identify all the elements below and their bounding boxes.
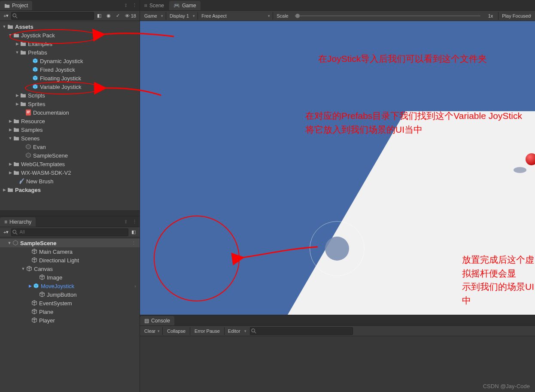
hierarchy-search-input[interactable]: All [11,228,128,236]
lock-icon[interactable]: ⟟ [122,218,129,225]
samples-folder[interactable]: ▶Samples [0,125,140,134]
filter-by-type-icon[interactable]: ◧ [95,12,103,20]
console-tab[interactable]: ▤Console [140,316,174,325]
gamepad-icon: 🎮 [173,3,180,9]
favorite-icon[interactable]: ✓ [114,12,122,20]
hidden-count[interactable]: 👁 18 [123,12,138,20]
game-toolbar: Game Display 1 Free Aspect Scale 1x Play… [140,11,535,21]
eye-icon: 👁 [125,13,130,18]
plane-go[interactable]: ▶Plane [0,307,140,316]
aspect-dropdown[interactable]: Free Aspect [199,12,272,20]
hierarchy-tabbar: ≡ Hierarchy ⟟ ⋮ [0,216,140,227]
project-tree[interactable]: ▼Assets ▼Joystick Pack ▶Examples ▼Prefab… [0,21,140,210]
clear-button[interactable]: Clear [142,327,161,335]
filter-by-label-icon[interactable]: ◉ [104,12,113,20]
editor-dropdown[interactable]: Editor [225,327,248,335]
ball-shadow [514,167,526,173]
console-icon: ▤ [144,318,149,324]
game-tab[interactable]: 🎮Game [169,1,201,10]
packages-folder[interactable]: ▶Packages [0,185,140,194]
samplescene-scene[interactable]: ▶SampleScene [0,151,140,160]
new-brush-asset[interactable]: ▶New Brush [0,177,140,185]
project-tab[interactable]: Project [0,1,32,10]
console-search-input[interactable] [250,327,353,335]
hierarchy-tab-label: Hierarchy [9,219,31,225]
webgl-templates-folder[interactable]: ▶WebGLTemplates [0,160,140,168]
add-button[interactable]: +▾ [2,228,10,236]
filter-icon[interactable]: ◧ [129,228,138,236]
event-system-go[interactable]: ▶EventSystem [0,299,140,307]
floating-joystick-prefab[interactable]: ▶Floating Joystick [0,74,140,82]
fixed-joystick-prefab[interactable]: ▶Fixed Joystick [0,65,140,74]
lock-icon[interactable]: ⟟ [122,2,129,9]
console-body [140,336,535,392]
canvas-go[interactable]: ▼Canvas [0,264,140,273]
project-toolbar: +▾ ◧ ◉ ✓ 👁 18 [0,11,140,21]
hierarchy-icon: ≡ [4,219,7,225]
hierarchy-tree[interactable]: ▼SampleScene⋮ ▶Main Camera ▶Directional … [0,237,140,392]
scene-header[interactable]: ▼SampleScene⋮ [0,239,140,247]
project-tab-label: Project [12,3,28,9]
jump-button-go[interactable]: ▶JumpButton [0,290,140,299]
wasm-sdk-folder[interactable]: ▶WX-WASM-SDK-V2 [0,168,140,177]
project-tabbar: Project ⟟ ⋮ [0,0,140,11]
annotation-1: 在JoyStick导入后我们可以看到这个文件夹 [318,52,487,66]
floor-plane [282,111,535,315]
collapse-button[interactable]: Collapse [164,327,189,335]
move-joystick-go[interactable]: ▶MoveJoystick› [0,282,140,290]
search-icon [12,230,18,235]
panel-divider[interactable] [0,210,140,216]
directional-light-go[interactable]: ▶Directional Light [0,256,140,264]
prefabs-folder[interactable]: ▼Prefabs [0,48,140,57]
scripts-folder[interactable]: ▶Scripts [0,91,140,100]
examples-folder[interactable]: ▶Examples [0,40,140,48]
joystick-handle [325,237,349,261]
search-icon [12,13,18,18]
image-go[interactable]: ▶Image [0,273,140,282]
hierarchy-tab[interactable]: ≡ Hierarchy [0,217,36,227]
scale-label: Scale [274,13,291,18]
virtual-joystick [310,221,365,276]
dynamic-joystick-prefab[interactable]: ▶Dynamic Joystick [0,57,140,65]
variable-joystick-prefab[interactable]: ▶Variable Joystick [0,82,140,91]
panel-menu-icon[interactable]: ⋮ [131,2,138,9]
console-toolbar: Clear Collapse Error Pause Editor [140,326,535,336]
main-camera-go[interactable]: ▶Main Camera [0,247,140,256]
scenes-folder[interactable]: ▼Scenes [0,134,140,143]
display-dropdown[interactable]: Display 1 [167,12,197,20]
joystick-pack-folder[interactable]: ▼Joystick Pack [0,31,140,40]
search-icon [251,328,256,334]
scene-icon: ⌗ [144,3,147,9]
scene-tab[interactable]: ⌗Scene [140,1,168,10]
project-search-input[interactable] [11,12,94,20]
add-button[interactable]: +▾ [2,12,10,20]
documentation-file[interactable]: ▶Documentaion [0,108,140,117]
player-go[interactable]: ▶Player [0,316,140,325]
panel-menu-icon[interactable]: ⋮ [131,218,138,225]
main-tabbar: ⌗Scene 🎮Game [140,0,535,11]
resource-folder[interactable]: ▶Resource [0,117,140,125]
hierarchy-toolbar: +▾ All ◧ [0,227,140,237]
player-ball [526,153,535,165]
console-tabbar: ▤Console [140,315,535,326]
scale-value: 1x [484,13,498,18]
watermark: CSDN @Jay-Code [483,383,530,389]
play-focused-dropdown[interactable]: Play Focused [499,12,533,20]
scale-slider[interactable] [295,12,480,20]
assets-folder[interactable]: ▼Assets [0,22,140,31]
sprites-folder[interactable]: ▶Sprites [0,100,140,108]
game-mode-dropdown[interactable]: Game [142,12,165,20]
game-view[interactable]: 在JoyStick导入后我们可以看到这个文件夹 在对应的Prefabs目录下我们… [140,21,535,315]
error-pause-button[interactable]: Error Pause [191,327,223,335]
evan-scene[interactable]: ▶Evan [0,143,140,151]
